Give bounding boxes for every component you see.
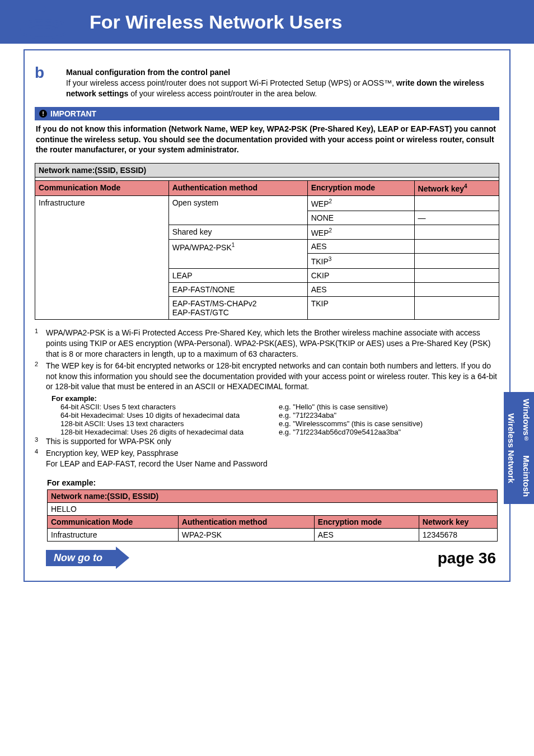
cell-key [414, 282, 499, 296]
cell-enc: AES [307, 240, 414, 254]
fn-num: 3 [35, 436, 46, 447]
cell-key: — [414, 211, 499, 225]
step-body-post: of your wireless access point/router in … [128, 89, 317, 98]
tab-wireless-network[interactable]: Wireless Network [504, 392, 519, 504]
ex2-col-comm: Communication Mode [48, 515, 179, 528]
ex2-auth: WPA2-PSK [178, 528, 314, 541]
step-body: Manual configuration from the control pa… [66, 67, 499, 99]
cell-enc: WEP2 [307, 225, 414, 240]
cell-auth: Shared key [168, 225, 307, 240]
now-go-arrow: Now go to [46, 550, 116, 566]
ex2-key: 12345678 [419, 528, 497, 541]
step-title: Manual configuration from the control pa… [66, 68, 230, 77]
ex-r: e.g. "71f2234ab56cd709e5412aa3ba" [279, 428, 499, 436]
network-table: Network name:(SSID, ESSID) Communication… [35, 163, 499, 320]
ex2-col-key: Network key [419, 515, 497, 528]
now-go-row: Now go to page 36 [35, 549, 499, 567]
svg-point-2 [41, 6, 46, 12]
ex-r: e.g. "71f2234aba" [279, 411, 499, 419]
cell-key [414, 196, 499, 211]
ex-l: 128-bit Hexadecimal: Uses 26 digits of h… [60, 428, 273, 436]
cell-key [414, 225, 499, 240]
example2-heading: For example: [47, 478, 499, 487]
page-header: For Wireless Network Users [0, 0, 534, 44]
important-text: If you do not know this information (Net… [36, 124, 498, 156]
example-block: For example: 64-bit ASCII: Uses 5 text c… [51, 394, 499, 436]
tab-macintosh[interactable]: Macintosh [519, 448, 534, 504]
step-body-pre: If your wireless access point/router doe… [66, 78, 396, 87]
cell-auth: LEAP [168, 268, 307, 282]
fn-text: The WEP key is for 64-bit encrypted netw… [46, 361, 499, 393]
ex-r: e.g. "Hello" (this is case sensitive) [279, 403, 499, 411]
fn-num: 4 [35, 448, 46, 469]
content-box: b Manual configuration from the control … [24, 49, 510, 582]
tab-windows[interactable]: Windows® [519, 392, 534, 448]
ex-l: 64-bit ASCII: Uses 5 text characters [60, 403, 273, 411]
cell-key [414, 268, 499, 282]
ex-l: 64-bit Hexadecimal: Uses 10 digits of he… [60, 411, 273, 419]
cell-enc: CKIP [307, 268, 414, 282]
ex-l: 128-bit ASCII: Uses 13 text characters [60, 419, 273, 428]
cell-auth: EAP-FAST/NONE [168, 282, 307, 296]
cell-enc: TKIP [307, 296, 414, 319]
important-bar: ! IMPORTANT [35, 107, 499, 120]
example-heading: For example: [51, 394, 499, 403]
ssid-label: Network name:(SSID, ESSID) [35, 164, 499, 178]
col-key: Network key4 [414, 181, 499, 196]
side-tabs: Wireless Network Windows® Macintosh [504, 392, 534, 504]
cell-enc: AES [307, 282, 414, 296]
ex-r: e.g. "Wirelesscomms" (this is case sensi… [279, 419, 499, 428]
ex2-ssid-value: HELLO [48, 502, 498, 515]
cell-enc: TKIP3 [307, 254, 414, 269]
col-comm: Communication Mode [35, 181, 169, 196]
cell-enc: WEP2 [307, 196, 414, 211]
wireless-icon [16, 4, 72, 40]
cell-auth: EAP-FAST/MS-CHAPv2 EAP-FAST/GTC [168, 296, 307, 319]
col-enc: Encryption mode [307, 181, 414, 196]
col-auth: Authentication method [168, 181, 307, 196]
ex2-enc: AES [314, 528, 419, 541]
fn-num: 2 [35, 361, 46, 393]
fn-num: 1 [35, 328, 46, 360]
ex2-ssid-label: Network name:(SSID, ESSID) [48, 489, 498, 502]
cell-key [414, 240, 499, 254]
cell-auth: Open system [168, 196, 307, 225]
fn-text: Encryption key, WEP key, PassphraseFor L… [46, 448, 499, 469]
now-go-page[interactable]: page 36 [438, 549, 496, 567]
ex2-comm: Infrastructure [48, 528, 179, 541]
example2-table: Network name:(SSID, ESSID) HELLO Communi… [47, 489, 498, 542]
cell-comm: Infrastructure [35, 196, 169, 320]
page-title: For Wireless Network Users [90, 11, 342, 33]
cell-key [414, 296, 499, 319]
footnotes: 1WPA/WPA2-PSK is a Wi-Fi Protected Acces… [35, 328, 499, 469]
cell-enc: NONE [307, 211, 414, 225]
ex2-col-enc: Encryption mode [314, 515, 419, 528]
alert-icon: ! [39, 110, 47, 118]
step-letter: b [35, 64, 44, 82]
ex2-col-auth: Authentication method [178, 515, 314, 528]
important-label: IMPORTANT [50, 109, 96, 118]
fn-text: WPA/WPA2-PSK is a Wi-Fi Protected Access… [46, 328, 499, 360]
cell-auth: WPA/WPA2-PSK1 [168, 240, 307, 269]
cell-key [414, 254, 499, 269]
fn-text: This is supported for WPA-PSK only [46, 436, 499, 447]
